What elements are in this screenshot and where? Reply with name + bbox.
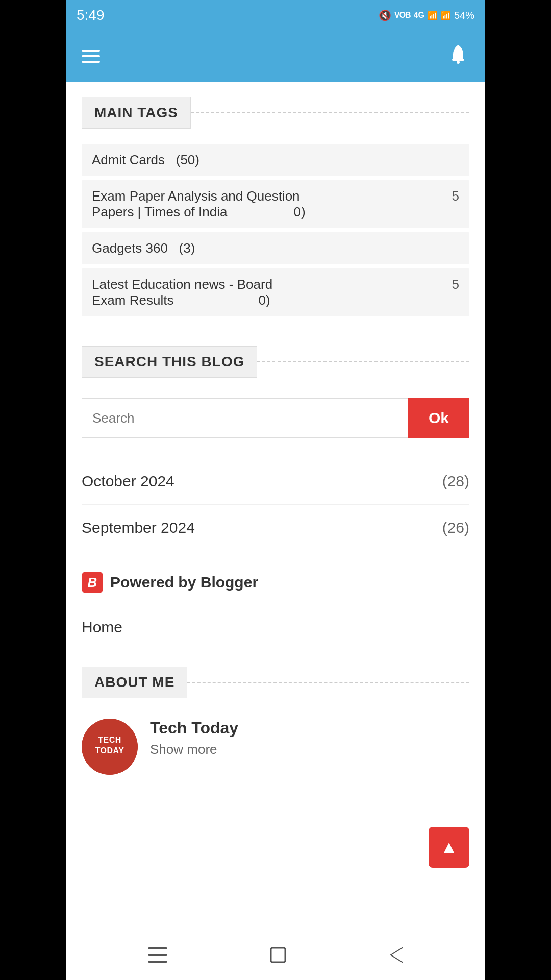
search-blog-divider <box>257 361 469 362</box>
about-me-title: ABOUT ME <box>82 667 187 698</box>
hamburger-menu-button[interactable] <box>82 50 100 63</box>
show-more-button[interactable]: Show more <box>150 742 469 757</box>
svg-rect-8 <box>271 948 285 962</box>
nav-back-button[interactable] <box>389 946 403 964</box>
avatar: TECH TODAY <box>82 719 138 775</box>
list-item[interactable]: 5 Latest Education news - Board Exam Res… <box>82 268 469 316</box>
top-nav-bar <box>66 31 485 82</box>
home-link[interactable]: Home <box>66 608 485 651</box>
nav-home-button[interactable] <box>269 946 287 964</box>
mute-icon: 🔇 <box>379 9 391 21</box>
about-me-divider <box>187 682 469 683</box>
blogger-icon: B <box>82 572 103 593</box>
main-tags-divider <box>191 112 469 113</box>
nav-menu-button[interactable] <box>148 947 167 963</box>
search-section: Ok <box>66 388 485 453</box>
status-bar: 5:49 🔇 VOB 4G 📶 📶 54% <box>66 0 485 31</box>
tag-label: Admit Cards <box>92 152 165 167</box>
main-tags-title: MAIN TAGS <box>82 97 191 129</box>
battery-percent: 54% <box>454 10 474 21</box>
bottom-spacer <box>66 785 485 897</box>
search-ok-button[interactable]: Ok <box>408 398 469 438</box>
home-label: Home <box>82 619 122 635</box>
archive-list: October 2024 (28) September 2024 (26) <box>66 453 485 556</box>
list-item[interactable]: 5 Exam Paper Analysis and Question Paper… <box>82 180 469 228</box>
svg-rect-0 <box>452 59 464 61</box>
signal-bars-icon: 📶 <box>428 11 438 20</box>
powered-by-blogger[interactable]: B Powered by Blogger <box>66 556 485 608</box>
tag-label: Exam Paper Analysis and Question <box>92 188 300 204</box>
svg-rect-7 <box>148 961 167 963</box>
svg-rect-6 <box>148 954 167 956</box>
about-name: Tech Today <box>150 719 469 738</box>
about-info: Tech Today Show more <box>150 719 469 757</box>
search-box: Ok <box>82 398 469 438</box>
list-item[interactable]: October 2024 (28) <box>82 458 469 505</box>
search-blog-header: SEARCH THIS BLOG <box>66 331 485 388</box>
tag-label: Gadgets 360 <box>92 240 168 256</box>
status-icons: 🔇 VOB 4G 📶 📶 54% <box>379 9 474 22</box>
tag-label: Latest Education news - Board <box>92 277 272 292</box>
tags-list: Admit Cards (50) 5 Exam Paper Analysis a… <box>66 139 485 331</box>
about-me-header: ABOUT ME <box>66 651 485 708</box>
tag-multiline-count: 5 <box>448 277 459 292</box>
blogger-letter: B <box>88 575 97 591</box>
tag-label-cont: Exam Results <box>92 292 173 308</box>
notification-bell-button[interactable] <box>447 43 469 70</box>
list-item[interactable]: Admit Cards (50) <box>82 144 469 176</box>
main-tags-header: MAIN TAGS <box>66 82 485 139</box>
tag-label-cont: Papers | Times of India <box>92 204 227 219</box>
scroll-to-top-button[interactable]: ▲ <box>429 827 469 868</box>
tag-count-cont: 0) <box>259 292 270 308</box>
powered-text: Powered by Blogger <box>110 574 258 591</box>
tag-count-cont: 0) <box>293 204 305 219</box>
about-me-content: TECH TODAY Tech Today Show more <box>66 708 485 785</box>
svg-rect-5 <box>148 947 167 949</box>
battery-icon: 54% <box>454 9 474 22</box>
archive-count: (26) <box>442 519 469 536</box>
svg-marker-9 <box>391 947 403 963</box>
list-item[interactable]: September 2024 (26) <box>82 505 469 551</box>
svg-point-1 <box>457 61 460 64</box>
bottom-nav-bar <box>66 929 485 980</box>
tag-count: (3) <box>179 240 195 256</box>
signal-bars2-icon: 📶 <box>441 11 451 20</box>
archive-month: September 2024 <box>82 519 195 536</box>
svg-text:TECH: TECH <box>98 736 121 744</box>
archive-count: (28) <box>442 473 469 490</box>
archive-month: October 2024 <box>82 473 174 490</box>
network-icon: 4G <box>414 11 424 20</box>
list-item[interactable]: Gadgets 360 (3) <box>82 232 469 264</box>
tag-count: (50) <box>176 152 199 167</box>
svg-text:TODAY: TODAY <box>95 746 124 755</box>
status-time: 5:49 <box>77 7 105 23</box>
search-blog-title: SEARCH THIS BLOG <box>82 346 257 378</box>
main-content: MAIN TAGS Admit Cards (50) 5 Exam Paper … <box>66 82 485 897</box>
scroll-top-arrow-icon: ▲ <box>440 838 458 856</box>
volte-icon: VOB <box>394 11 411 20</box>
tag-multiline-count: 5 <box>448 188 459 204</box>
search-input[interactable] <box>82 398 408 438</box>
